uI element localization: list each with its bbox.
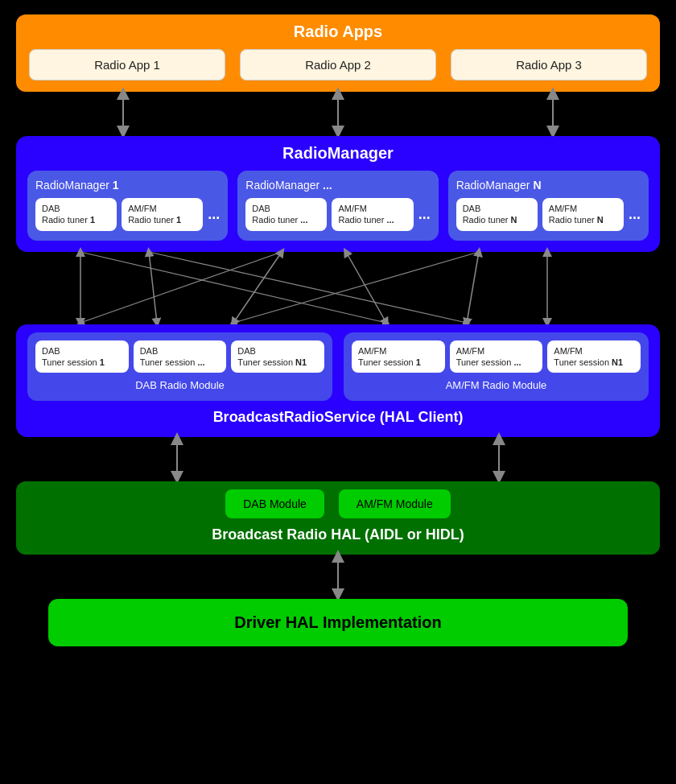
radio-apps-row: Radio App 1 Radio App 2 Radio App 3 [29, 49, 647, 80]
svg-line-6 [346, 252, 386, 323]
rm-box-1: RadioManager 1 DABRadio tuner 1 AM/FMRad… [27, 171, 228, 241]
rm-1-amfm-tuner: AM/FMRadio tuner 1 [122, 198, 203, 231]
rm-mid-title: RadioManager ... [245, 179, 430, 192]
rm-mid-tuners: DABRadio tuner ... AM/FMRadio tuner ... … [245, 198, 430, 231]
svg-line-9 [80, 252, 386, 323]
svg-line-10 [149, 252, 467, 323]
rm-1-ellipsis: ... [208, 206, 220, 223]
radio-manager-title: RadioManager [282, 144, 394, 163]
rm-mid-dab-tuner: DABRadio tuner ... [245, 198, 327, 231]
dab-session-mid: DABTuner session ... [134, 340, 227, 373]
dab-module-label: DAB Radio Module [35, 379, 324, 391]
amfm-session-mid: AM/FMTuner session ... [450, 340, 543, 373]
arrows-apps-to-rm [16, 92, 660, 136]
rm-1-dab-tuner: DABRadio tuner 1 [35, 198, 117, 231]
hal-amfm-module: AM/FM Module [339, 489, 451, 518]
radio-manager-row: RadioManager 1 DABRadio tuner 1 AM/FMRad… [27, 171, 649, 241]
rm-mid-amfm-tuner: AM/FMRadio tuner ... [332, 198, 413, 231]
hal-dab-module: DAB Module [225, 489, 324, 518]
radio-app-1: Radio App 1 [29, 49, 225, 80]
svg-line-7 [467, 252, 479, 323]
svg-line-11 [80, 252, 282, 323]
amfm-sessions-row: AM/FMTuner session 1 AM/FMTuner session … [352, 340, 641, 373]
brs-section: DABTuner session 1 DABTuner session ... … [16, 324, 660, 438]
brs-title: BroadcastRadioService (HAL Client) [213, 409, 464, 426]
rm-1-tuners: DABRadio tuner 1 AM/FMRadio tuner 1 ... [35, 198, 220, 231]
svg-line-5 [233, 252, 282, 323]
amfm-module-label: AM/FM Radio Module [352, 379, 641, 391]
arrows-hal-to-driver [16, 555, 660, 599]
dab-sessions-row: DABTuner session 1 DABTuner session ... … [35, 340, 324, 373]
rm-n-title: RadioManager N [456, 179, 641, 192]
brs-modules-row: DABTuner session 1 DABTuner session ... … [27, 332, 649, 402]
driver-hal-title: Driver HAL Implementation [61, 613, 615, 632]
radio-app-2: Radio App 2 [240, 49, 436, 80]
dab-radio-module: DABTuner session 1 DABTuner session ... … [27, 332, 332, 402]
driver-hal-section: Driver HAL Implementation [48, 599, 628, 646]
rm-1-title: RadioManager 1 [35, 179, 220, 192]
amfm-radio-module: AM/FMTuner session 1 AM/FMTuner session … [344, 332, 649, 402]
dab-session-1: DABTuner session 1 [35, 340, 129, 373]
amfm-session-n1: AM/FMTuner session N1 [547, 340, 641, 373]
dab-session-n1: DABTuner session N1 [231, 340, 324, 373]
hal-title: Broadcast Radio HAL (AIDL or HIDL) [212, 526, 464, 543]
arrows-brs-to-hal [16, 437, 660, 481]
arrows-rm-to-brs [16, 252, 660, 324]
svg-line-4 [149, 252, 157, 323]
rm-n-ellipsis: ... [629, 206, 641, 223]
broadcast-radio-hal-section: DAB Module AM/FM Module Broadcast Radio … [16, 481, 660, 555]
radio-apps-title: Radio Apps [294, 23, 382, 41]
rm-box-n: RadioManager N DABRadio tuner N AM/FMRad… [448, 171, 649, 241]
hal-modules-row: DAB Module AM/FM Module [225, 489, 451, 518]
svg-line-12 [233, 252, 479, 323]
radio-manager-section: RadioManager RadioManager 1 DABRadio tun… [16, 136, 660, 252]
radio-apps-section: Radio Apps Radio App 1 Radio App 2 Radio… [16, 14, 660, 92]
rm-n-amfm-tuner: AM/FMRadio tuner N [542, 198, 624, 231]
rm-mid-ellipsis: ... [418, 206, 431, 223]
rm-n-dab-tuner: DABRadio tuner N [456, 198, 538, 231]
rm-box-mid: RadioManager ... DABRadio tuner ... AM/F… [237, 171, 438, 241]
radio-app-3: Radio App 3 [451, 49, 647, 80]
rm-n-tuners: DABRadio tuner N AM/FMRadio tuner N ... [456, 198, 641, 231]
amfm-session-1: AM/FMTuner session 1 [352, 340, 445, 373]
